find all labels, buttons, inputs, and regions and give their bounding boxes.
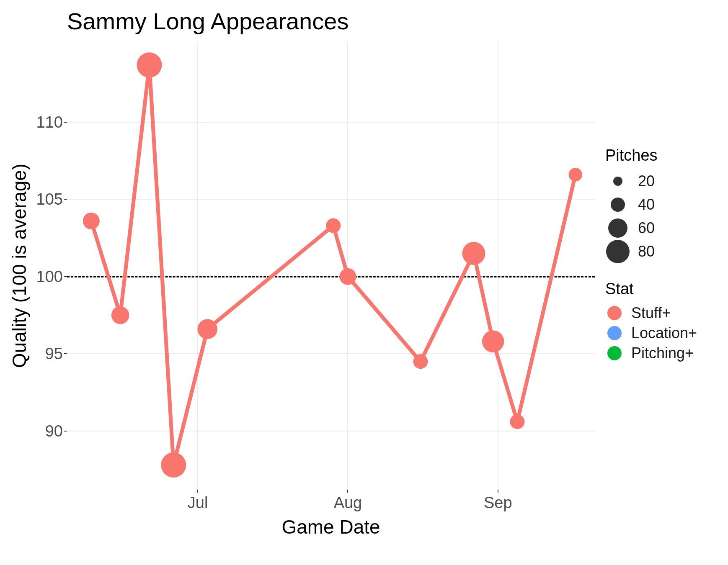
y-tick-mark	[64, 276, 67, 277]
data-point	[83, 213, 100, 229]
legend-color-label: Stuff+	[631, 304, 671, 322]
legend-size-title: Pitches	[605, 146, 723, 164]
y-tick-label: 95	[17, 345, 63, 363]
legend-size-label: 40	[638, 196, 655, 213]
legend-size-row: 40	[605, 193, 723, 216]
x-tick-mark	[347, 490, 348, 493]
legend-size: Pitches 20406080	[605, 146, 723, 263]
y-tick-mark	[64, 199, 67, 200]
x-tick-label: Aug	[334, 494, 362, 512]
x-tick-mark	[498, 490, 498, 493]
legend-color-title: Stat	[605, 280, 723, 298]
data-point	[413, 354, 428, 369]
x-axis-label: Game Date	[67, 516, 595, 538]
data-point	[482, 331, 504, 353]
x-tick-label: Sep	[484, 494, 512, 512]
legend-area: Pitches 20406080 Stat Stuff+Location+Pit…	[605, 146, 723, 363]
data-point	[326, 218, 341, 233]
legend-size-row: 60	[605, 216, 723, 240]
legend-size-swatch	[611, 198, 625, 212]
legend-color-swatch	[607, 346, 622, 360]
legend-size-label: 60	[638, 219, 655, 237]
y-tick-mark	[64, 431, 67, 431]
legend-color-label: Location+	[631, 324, 697, 342]
data-point	[111, 306, 129, 324]
legend-color-swatch	[607, 306, 622, 320]
legend-color: Stat Stuff+Location+Pitching+	[605, 280, 723, 363]
data-point	[340, 268, 356, 285]
series-line	[91, 65, 576, 465]
chart-container: Sammy Long Appearances Quality (100 is a…	[0, 0, 728, 565]
legend-size-swatch	[608, 218, 627, 238]
legend-size-label: 80	[638, 243, 655, 260]
legend-color-row: Pitching+	[605, 343, 723, 363]
plot-panel	[67, 42, 595, 490]
x-tick-mark	[197, 490, 198, 493]
data-point	[510, 414, 525, 429]
legend-color-label: Pitching+	[631, 344, 694, 362]
data-point	[569, 168, 583, 182]
x-tick-label: Jul	[188, 494, 208, 512]
legend-size-label: 20	[638, 172, 655, 190]
data-point	[197, 319, 217, 339]
data-point	[137, 52, 162, 77]
y-tick-label: 105	[17, 190, 63, 208]
legend-color-swatch	[607, 326, 622, 340]
y-tick-label: 90	[17, 422, 63, 440]
y-tick-mark	[64, 122, 67, 123]
legend-size-swatch	[613, 177, 622, 186]
y-tick-label: 100	[17, 267, 63, 285]
legend-size-swatch	[606, 240, 630, 263]
y-tick-mark	[64, 353, 67, 354]
legend-color-row: Stuff+	[605, 303, 723, 323]
legend-color-row: Location+	[605, 323, 723, 343]
legend-size-row: 80	[605, 240, 723, 263]
chart-title: Sammy Long Appearances	[67, 8, 349, 35]
data-point	[462, 242, 485, 265]
series-layer	[67, 42, 595, 490]
y-tick-label: 110	[17, 113, 63, 131]
legend-size-row: 20	[605, 170, 723, 193]
data-point	[161, 452, 186, 478]
